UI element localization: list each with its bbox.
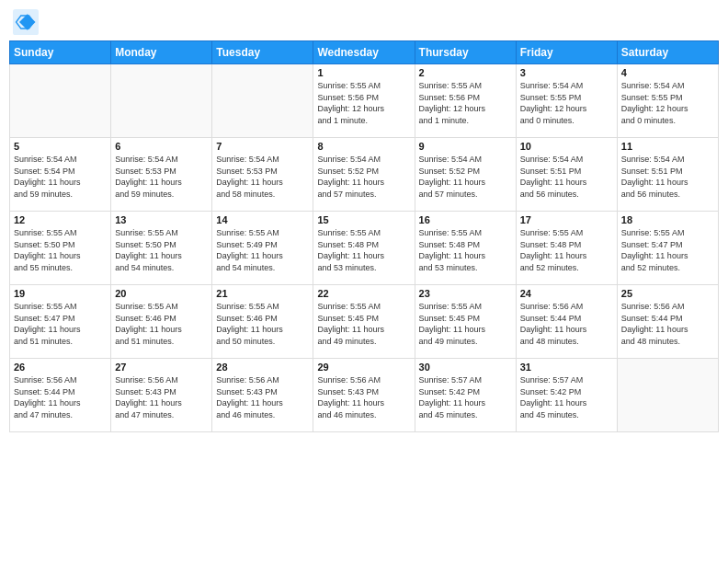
day-number: 9: [419, 141, 512, 152]
day-number: 29: [317, 362, 410, 373]
day-cell: 24Sunrise: 5:56 AM Sunset: 5:44 PM Dayli…: [516, 285, 617, 359]
day-cell: [111, 64, 212, 138]
week-row-4: 19Sunrise: 5:55 AM Sunset: 5:47 PM Dayli…: [10, 285, 719, 359]
day-cell: 12Sunrise: 5:55 AM Sunset: 5:50 PM Dayli…: [10, 212, 111, 285]
day-info: Sunrise: 5:55 AM Sunset: 5:48 PM Dayligh…: [419, 227, 512, 273]
day-info: Sunrise: 5:56 AM Sunset: 5:44 PM Dayligh…: [621, 301, 714, 347]
day-number: 23: [419, 288, 512, 299]
calendar-header-tuesday: Tuesday: [212, 41, 313, 64]
day-info: Sunrise: 5:56 AM Sunset: 5:43 PM Dayligh…: [317, 374, 410, 420]
day-number: 31: [520, 362, 613, 373]
day-cell: 19Sunrise: 5:55 AM Sunset: 5:47 PM Dayli…: [10, 285, 111, 359]
day-cell: 25Sunrise: 5:56 AM Sunset: 5:44 PM Dayli…: [617, 285, 718, 359]
calendar-header-sunday: Sunday: [10, 41, 111, 64]
day-info: Sunrise: 5:55 AM Sunset: 5:50 PM Dayligh…: [14, 227, 107, 273]
day-info: Sunrise: 5:55 AM Sunset: 5:46 PM Dayligh…: [115, 301, 208, 347]
calendar-header-friday: Friday: [516, 41, 617, 64]
day-cell: 17Sunrise: 5:55 AM Sunset: 5:48 PM Dayli…: [516, 212, 617, 285]
day-number: 15: [317, 214, 410, 225]
day-number: 22: [317, 288, 410, 299]
day-cell: 2Sunrise: 5:55 AM Sunset: 5:56 PM Daylig…: [415, 64, 516, 138]
day-number: 8: [317, 141, 410, 152]
day-number: 20: [115, 288, 208, 299]
day-info: Sunrise: 5:55 AM Sunset: 5:49 PM Dayligh…: [216, 227, 309, 273]
day-cell: 7Sunrise: 5:54 AM Sunset: 5:53 PM Daylig…: [212, 138, 313, 212]
day-number: 25: [621, 288, 714, 299]
day-info: Sunrise: 5:56 AM Sunset: 5:43 PM Dayligh…: [216, 374, 309, 420]
day-cell: [10, 64, 111, 138]
calendar-header-monday: Monday: [111, 41, 212, 64]
day-info: Sunrise: 5:54 AM Sunset: 5:55 PM Dayligh…: [520, 80, 613, 126]
day-cell: 21Sunrise: 5:55 AM Sunset: 5:46 PM Dayli…: [212, 285, 313, 359]
day-cell: 1Sunrise: 5:55 AM Sunset: 5:56 PM Daylig…: [313, 64, 415, 138]
day-info: Sunrise: 5:54 AM Sunset: 5:52 PM Dayligh…: [419, 154, 512, 200]
day-info: Sunrise: 5:55 AM Sunset: 5:45 PM Dayligh…: [317, 301, 410, 347]
day-number: 5: [14, 141, 107, 152]
day-cell: 8Sunrise: 5:54 AM Sunset: 5:52 PM Daylig…: [313, 138, 415, 212]
day-info: Sunrise: 5:57 AM Sunset: 5:42 PM Dayligh…: [419, 374, 512, 420]
day-info: Sunrise: 5:55 AM Sunset: 5:48 PM Dayligh…: [317, 227, 410, 273]
day-info: Sunrise: 5:54 AM Sunset: 5:55 PM Dayligh…: [621, 80, 714, 126]
day-cell: [617, 359, 718, 432]
day-number: 13: [115, 214, 208, 225]
day-number: 27: [115, 362, 208, 373]
day-number: 30: [419, 362, 512, 373]
day-cell: 10Sunrise: 5:54 AM Sunset: 5:51 PM Dayli…: [516, 138, 617, 212]
day-info: Sunrise: 5:55 AM Sunset: 5:56 PM Dayligh…: [317, 80, 410, 126]
day-info: Sunrise: 5:55 AM Sunset: 5:56 PM Dayligh…: [419, 80, 512, 126]
day-number: 10: [520, 141, 613, 152]
day-info: Sunrise: 5:54 AM Sunset: 5:52 PM Dayligh…: [317, 154, 410, 200]
calendar-header-saturday: Saturday: [617, 41, 718, 64]
day-info: Sunrise: 5:57 AM Sunset: 5:42 PM Dayligh…: [520, 374, 613, 420]
logo-icon: [13, 9, 39, 35]
day-cell: 14Sunrise: 5:55 AM Sunset: 5:49 PM Dayli…: [212, 212, 313, 285]
day-cell: 29Sunrise: 5:56 AM Sunset: 5:43 PM Dayli…: [313, 359, 415, 432]
day-info: Sunrise: 5:55 AM Sunset: 5:46 PM Dayligh…: [216, 301, 309, 347]
day-cell: 13Sunrise: 5:55 AM Sunset: 5:50 PM Dayli…: [111, 212, 212, 285]
week-row-5: 26Sunrise: 5:56 AM Sunset: 5:44 PM Dayli…: [10, 359, 719, 432]
day-info: Sunrise: 5:56 AM Sunset: 5:44 PM Dayligh…: [520, 301, 613, 347]
day-cell: [212, 64, 313, 138]
day-cell: 31Sunrise: 5:57 AM Sunset: 5:42 PM Dayli…: [516, 359, 617, 432]
day-number: 16: [419, 214, 512, 225]
day-number: 24: [520, 288, 613, 299]
day-cell: 20Sunrise: 5:55 AM Sunset: 5:46 PM Dayli…: [111, 285, 212, 359]
day-info: Sunrise: 5:56 AM Sunset: 5:43 PM Dayligh…: [115, 374, 208, 420]
day-info: Sunrise: 5:55 AM Sunset: 5:45 PM Dayligh…: [419, 301, 512, 347]
day-cell: 18Sunrise: 5:55 AM Sunset: 5:47 PM Dayli…: [617, 212, 718, 285]
day-cell: 27Sunrise: 5:56 AM Sunset: 5:43 PM Dayli…: [111, 359, 212, 432]
day-cell: 22Sunrise: 5:55 AM Sunset: 5:45 PM Dayli…: [313, 285, 415, 359]
day-number: 6: [115, 141, 208, 152]
day-info: Sunrise: 5:54 AM Sunset: 5:54 PM Dayligh…: [14, 154, 107, 200]
day-number: 19: [14, 288, 107, 299]
week-row-3: 12Sunrise: 5:55 AM Sunset: 5:50 PM Dayli…: [10, 212, 719, 285]
day-info: Sunrise: 5:56 AM Sunset: 5:44 PM Dayligh…: [14, 374, 107, 420]
calendar-header-row: SundayMondayTuesdayWednesdayThursdayFrid…: [10, 41, 719, 64]
day-number: 26: [14, 362, 107, 373]
day-cell: 23Sunrise: 5:55 AM Sunset: 5:45 PM Dayli…: [415, 285, 516, 359]
calendar-header-wednesday: Wednesday: [313, 41, 415, 64]
day-number: 3: [520, 67, 613, 78]
day-number: 11: [621, 141, 714, 152]
day-number: 12: [14, 214, 107, 225]
day-cell: 26Sunrise: 5:56 AM Sunset: 5:44 PM Dayli…: [10, 359, 111, 432]
day-cell: 30Sunrise: 5:57 AM Sunset: 5:42 PM Dayli…: [415, 359, 516, 432]
day-number: 28: [216, 362, 309, 373]
day-cell: 4Sunrise: 5:54 AM Sunset: 5:55 PM Daylig…: [617, 64, 718, 138]
day-info: Sunrise: 5:55 AM Sunset: 5:47 PM Dayligh…: [14, 301, 107, 347]
day-number: 7: [216, 141, 309, 152]
day-info: Sunrise: 5:54 AM Sunset: 5:51 PM Dayligh…: [520, 154, 613, 200]
day-info: Sunrise: 5:55 AM Sunset: 5:50 PM Dayligh…: [115, 227, 208, 273]
day-info: Sunrise: 5:54 AM Sunset: 5:53 PM Dayligh…: [216, 154, 309, 200]
day-info: Sunrise: 5:55 AM Sunset: 5:48 PM Dayligh…: [520, 227, 613, 273]
calendar-table: SundayMondayTuesdayWednesdayThursdayFrid…: [9, 40, 719, 432]
day-cell: 11Sunrise: 5:54 AM Sunset: 5:51 PM Dayli…: [617, 138, 718, 212]
day-cell: 28Sunrise: 5:56 AM Sunset: 5:43 PM Dayli…: [212, 359, 313, 432]
day-cell: 15Sunrise: 5:55 AM Sunset: 5:48 PM Dayli…: [313, 212, 415, 285]
day-number: 4: [621, 67, 714, 78]
day-info: Sunrise: 5:54 AM Sunset: 5:53 PM Dayligh…: [115, 154, 208, 200]
day-number: 21: [216, 288, 309, 299]
calendar-header-thursday: Thursday: [415, 41, 516, 64]
day-number: 2: [419, 67, 512, 78]
day-number: 18: [621, 214, 714, 225]
